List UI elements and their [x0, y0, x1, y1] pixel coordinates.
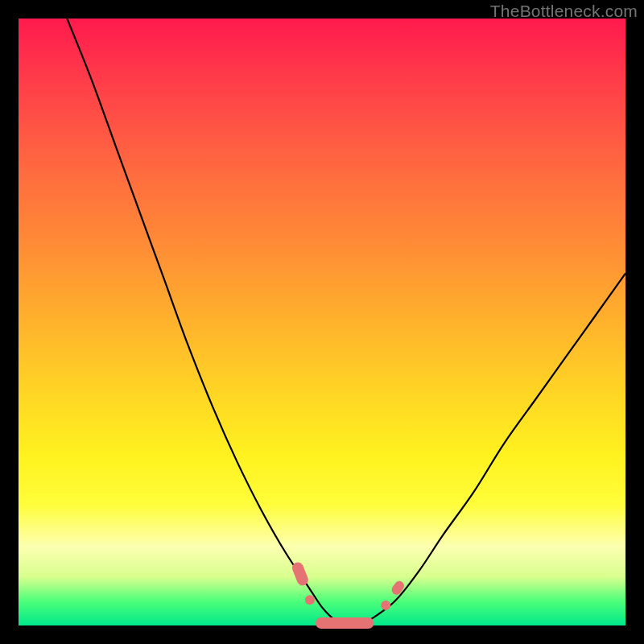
bottleneck-curve: [67, 19, 625, 626]
chart-frame: TheBottleneck.com: [0, 0, 644, 644]
marker-dot: [305, 595, 315, 605]
credit-text: TheBottleneck.com: [490, 2, 638, 21]
marker-group: [291, 560, 407, 629]
marker-pill: [390, 579, 406, 597]
marker-dot: [381, 601, 390, 610]
curve-svg: [19, 19, 625, 625]
marker-pill: [291, 560, 310, 587]
plot-area: [19, 19, 625, 625]
valley-pill: [316, 617, 374, 629]
